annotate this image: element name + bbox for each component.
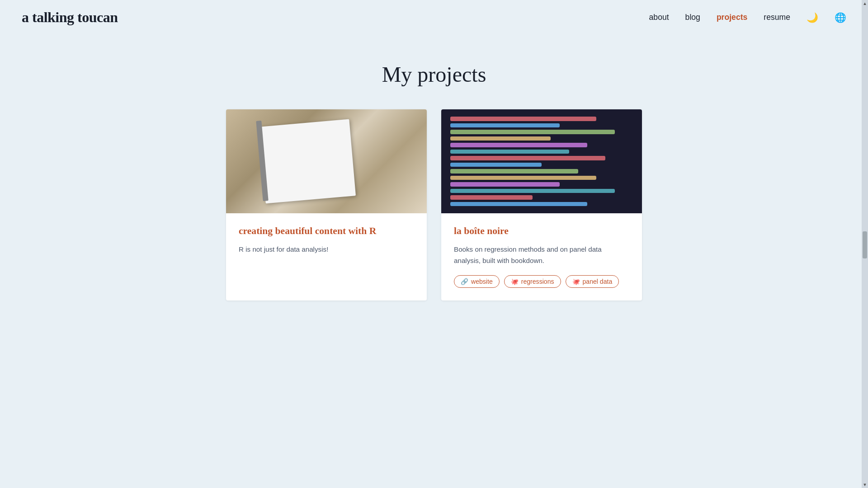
project-2-links: 🔗 website 🐙 regressions 🐙 panel data [454, 275, 629, 288]
nav-about[interactable]: about [649, 13, 669, 22]
projects-grid: creating beautiful content with R R is n… [226, 109, 642, 300]
code-line [450, 163, 542, 167]
link-panel-data[interactable]: 🐙 panel data [566, 275, 619, 288]
dark-mode-icon[interactable]: 🌙 [807, 12, 818, 23]
project-card-1: creating beautiful content with R R is n… [226, 109, 427, 300]
project-1-title[interactable]: creating beautiful content with R [239, 224, 414, 238]
panel-data-icon: 🐙 [572, 278, 580, 285]
panel-data-label: panel data [583, 278, 613, 285]
code-line [450, 176, 596, 180]
code-line [450, 130, 615, 134]
website-label: website [471, 278, 493, 285]
nav-projects[interactable]: projects [717, 13, 747, 22]
code-line [450, 156, 605, 160]
nav-resume[interactable]: resume [764, 13, 790, 22]
code-line [450, 189, 615, 193]
scrollbar-thumb[interactable] [863, 231, 867, 258]
project-1-image [226, 109, 427, 213]
project-2-body: la boîte noire Books on regression metho… [441, 213, 642, 300]
regressions-label: regressions [521, 278, 554, 285]
link-regressions[interactable]: 🐙 regressions [504, 275, 561, 288]
scrollbar-track[interactable]: ▲ ▼ [862, 0, 868, 488]
project-2-description: Books on regression methods and on panel… [454, 244, 629, 266]
code-line [450, 182, 560, 187]
project-2-image [441, 109, 642, 213]
scroll-up-arrow[interactable]: ▲ [863, 1, 867, 6]
code-line [450, 202, 587, 206]
code-line [450, 123, 560, 128]
website-icon: 🔗 [461, 278, 468, 285]
project-2-title[interactable]: la boîte noire [454, 224, 629, 238]
code-line [450, 169, 578, 174]
link-website[interactable]: 🔗 website [454, 275, 500, 288]
project-card-2: la boîte noire Books on regression metho… [441, 109, 642, 300]
code-line [450, 143, 587, 147]
main-nav: about blog projects resume 🌙 🌐 [649, 12, 846, 23]
scroll-down-arrow[interactable]: ▼ [863, 482, 867, 487]
main-content: My projects creating beautiful content w… [217, 35, 651, 319]
project-1-description: R is not just for data analysis! [239, 244, 414, 255]
code-line [450, 195, 533, 200]
code-line [450, 117, 596, 121]
project-1-body: creating beautiful content with R R is n… [226, 213, 427, 277]
site-title[interactable]: a talking toucan [22, 9, 118, 26]
nav-blog[interactable]: blog [685, 13, 700, 22]
page-title: My projects [226, 62, 642, 87]
code-line [450, 136, 551, 141]
site-header: a talking toucan about blog projects res… [0, 0, 868, 35]
code-line [450, 150, 569, 154]
language-icon[interactable]: 🌐 [835, 12, 846, 23]
regressions-icon: 🐙 [511, 278, 519, 285]
